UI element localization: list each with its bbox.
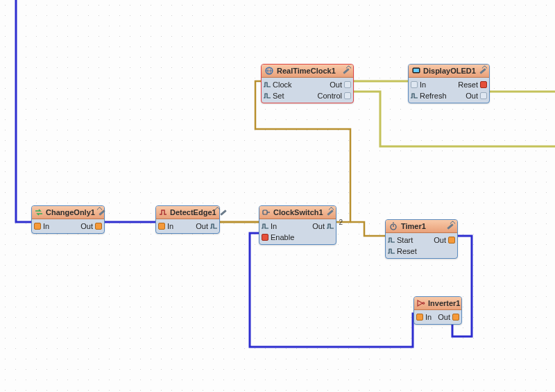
pin-label: Out	[196, 222, 208, 230]
node-inverter1[interactable]: Inverter1 In Out	[413, 296, 462, 325]
pin-control[interactable]: Control	[318, 92, 351, 100]
pin-out[interactable]: Out	[196, 222, 217, 230]
edge-icon	[159, 207, 167, 217]
pin-label: Out	[80, 222, 93, 230]
port-icon	[480, 81, 487, 88]
pin-label: Control	[318, 92, 342, 100]
pin-label: Start	[397, 236, 413, 244]
pulse-icon	[411, 93, 418, 99]
svg-rect-3	[413, 69, 419, 72]
pin-label: In	[271, 222, 277, 230]
display-icon	[411, 66, 420, 76]
pin-label: Enable	[271, 233, 294, 241]
pulse-icon	[264, 82, 271, 87]
pin-out[interactable]: Out	[80, 222, 102, 230]
pin-reset[interactable]: Reset	[458, 80, 487, 89]
port-icon	[344, 81, 351, 88]
pin-out[interactable]: Out	[330, 80, 351, 89]
pin-in[interactable]: In	[416, 313, 432, 321]
not-icon	[417, 298, 425, 308]
port-icon	[158, 223, 165, 230]
node-timer1[interactable]: Timer1 Start Out Reset	[385, 219, 458, 259]
node-titlebar: ClockSwitch1	[259, 206, 336, 219]
pin-in[interactable]: In	[34, 222, 49, 230]
node-titlebar: ChangeOnly1	[32, 206, 104, 219]
gate-icon	[262, 207, 271, 217]
wrench-icon[interactable]	[446, 222, 454, 230]
pin-label: Out	[312, 222, 325, 230]
pin-in[interactable]: In	[262, 222, 277, 230]
pin-label: Out	[434, 236, 446, 244]
pin-clock[interactable]: Clock	[264, 80, 292, 89]
wrench-icon[interactable]	[326, 208, 333, 216]
node-title: RealTimeClock1	[277, 67, 339, 75]
node-title: DisplayOLED1	[423, 67, 476, 75]
node-title: ChangeOnly1	[46, 208, 95, 216]
port-icon	[416, 314, 423, 321]
node-titlebar: DisplayOLED1	[409, 65, 489, 78]
pulse-icon	[388, 237, 395, 243]
pin-out[interactable]: Out	[434, 236, 455, 244]
pin-out[interactable]: Out	[438, 313, 459, 321]
pin-label: Out	[466, 92, 478, 100]
node-titlebar: DetectEdge1	[156, 206, 219, 219]
pin-enable[interactable]: Enable	[262, 233, 294, 241]
node-titlebar: RealTimeClock1	[262, 65, 353, 78]
pin-label: Clock	[273, 80, 292, 89]
port-icon	[95, 223, 102, 230]
port-icon	[452, 314, 459, 321]
node-displayoled1[interactable]: DisplayOLED1 In Reset Refresh Out	[408, 64, 490, 103]
timer-icon	[388, 221, 398, 231]
port-icon	[262, 234, 268, 241]
pin-label: Refresh	[420, 92, 447, 100]
globe-icon	[264, 66, 274, 76]
pin-out[interactable]: Out	[466, 92, 487, 100]
pin-label: In	[167, 222, 173, 230]
port-icon	[448, 237, 455, 244]
pin-reset[interactable]: Reset	[388, 247, 417, 255]
wrench-icon[interactable]	[479, 67, 486, 75]
node-detectedge1[interactable]: DetectEdge1 In Out	[155, 205, 220, 234]
port-icon	[480, 92, 487, 99]
pulse-icon	[327, 223, 334, 229]
svg-rect-0	[263, 210, 267, 214]
node-realtimeclock1[interactable]: RealTimeClock1 Clock Out Set	[261, 64, 354, 103]
pin-out[interactable]: Out	[312, 222, 334, 230]
svg-point-5	[422, 302, 424, 304]
pin-start[interactable]: Start	[388, 236, 413, 244]
node-clockswitch1[interactable]: ClockSwitch1 In Out Enable	[259, 205, 336, 245]
pin-label: In	[425, 313, 432, 321]
pin-set[interactable]: Set	[264, 92, 284, 100]
pin-in[interactable]: In	[158, 222, 173, 230]
pulse-icon	[262, 223, 268, 229]
port-icon	[411, 81, 418, 88]
node-changeonly1[interactable]: ChangeOnly1 In Out	[31, 205, 105, 234]
pin-label: Set	[273, 92, 284, 100]
wire-layer	[0, 0, 555, 392]
node-titlebar: Inverter1	[414, 297, 461, 310]
pulse-icon	[388, 248, 395, 254]
pin-in[interactable]: In	[411, 80, 426, 89]
pin-label: Out	[438, 313, 450, 321]
port-icon	[344, 92, 351, 99]
pin-label: Reset	[397, 247, 417, 255]
node-title: Timer1	[401, 222, 443, 230]
pulse-icon	[210, 223, 217, 229]
pin-label: In	[43, 222, 49, 230]
swap-icon	[35, 207, 43, 217]
pin-label: Reset	[458, 80, 478, 89]
node-title: ClockSwitch1	[273, 208, 323, 216]
wrench-icon[interactable]	[342, 67, 350, 75]
wrench-icon[interactable]	[98, 208, 101, 216]
node-title: DetectEdge1	[170, 208, 216, 216]
pin-refresh[interactable]: Refresh	[411, 92, 447, 100]
pin-label: Out	[330, 80, 342, 89]
pulse-icon	[264, 93, 271, 99]
node-titlebar: Timer1	[386, 220, 457, 233]
node-title: Inverter1	[428, 299, 460, 307]
port-icon	[34, 223, 41, 230]
pin-label: In	[420, 80, 426, 89]
fanout-badge: 2	[339, 219, 343, 226]
